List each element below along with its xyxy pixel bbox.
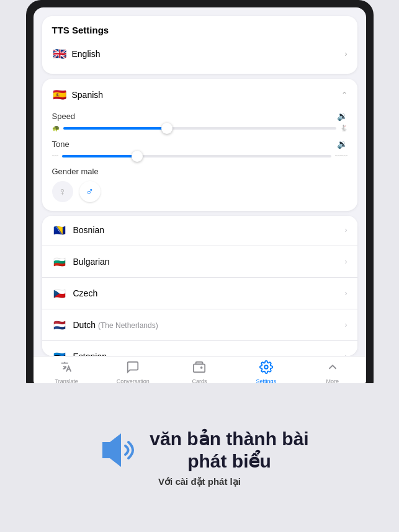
speed-slider-thumb[interactable] [161, 123, 173, 134]
speed-slider-fill [63, 127, 167, 130]
tablet-device: TTS Settings 🇬🇧 English › 🇪🇸 Spanish ⌃ [26, 0, 374, 397]
divider-1 [42, 246, 357, 246]
main-text-block: văn bản thành bài phát biểu [150, 428, 308, 472]
czech-flag: 🇨🇿 [52, 286, 67, 301]
spanish-flag: 🇪🇸 [52, 87, 67, 102]
tone-high-icon: 〰〰 [335, 153, 347, 159]
tone-speaker-icon: 🔉 [337, 139, 347, 149]
czech-name: Czech [73, 288, 98, 298]
conversation-icon [126, 360, 140, 377]
tab-conversation[interactable]: Conversation [114, 360, 151, 384]
speed-control: Speed 🔉 🐢 🐇 [52, 111, 347, 131]
tone-slider-thumb[interactable] [132, 151, 143, 162]
bosnian-chevron: › [345, 226, 347, 234]
tab-more[interactable]: More [314, 360, 351, 384]
gender-male-btn[interactable]: ♂ [79, 181, 101, 202]
tts-settings-panel: TTS Settings 🇬🇧 English › [42, 16, 357, 74]
dutch-chevron: › [345, 321, 347, 329]
main-text-line2: phát biểu [150, 450, 308, 472]
tab-translate[interactable]: Translate [48, 360, 85, 384]
tone-slider-container: 〰 〰〰 [52, 153, 347, 159]
speed-label-row: Speed 🔉 [52, 111, 347, 121]
dutch-name-group: Dutch (The Netherlands) [73, 319, 158, 330]
bulgarian-flag: 🇧🇬 [52, 254, 67, 269]
svg-point-2 [264, 365, 268, 369]
spanish-label: Spanish [72, 90, 104, 100]
main-text-line1: văn bản thành bài [150, 428, 308, 450]
tone-label-row: Tone 🔉 [52, 139, 347, 149]
english-chevron: › [345, 50, 347, 58]
divider-3 [42, 309, 357, 309]
tts-settings-title: TTS Settings [52, 25, 347, 35]
tablet-screen: TTS Settings 🇬🇧 English › 🇪🇸 Spanish ⌃ [34, 7, 366, 389]
english-label: English [72, 49, 101, 59]
tone-slider-track[interactable] [62, 155, 331, 157]
cards-icon [192, 360, 206, 377]
bulgarian-chevron: › [345, 257, 347, 266]
english-row-left: 🇬🇧 English [52, 47, 101, 61]
tab-settings[interactable]: Settings [248, 360, 285, 384]
lang-item-estonian-left: 🇪🇪 Estonian [52, 349, 107, 356]
lang-item-bosnian-left: 🇧🇦 Bosnian [52, 223, 105, 237]
lang-item-dutch[interactable]: 🇳🇱 Dutch (The Netherlands) › [42, 311, 357, 339]
tone-control: Tone 🔉 〰 〰〰 [52, 139, 347, 159]
svg-rect-0 [194, 364, 205, 372]
speed-label: Speed [52, 112, 76, 121]
speed-slow-icon: 🐢 [52, 125, 60, 131]
gender-label: Gender male [52, 167, 347, 176]
estonian-name: Estonian [73, 352, 107, 356]
gender-control: Gender male ♀ ♂ [52, 167, 347, 202]
lang-item-czech-left: 🇨🇿 Czech [52, 286, 98, 301]
bosnian-name: Bosnian [73, 225, 105, 235]
language-list: 🇧🇦 Bosnian › 🇧🇬 Bulgarian › 🇨🇿 Czech [42, 216, 357, 356]
estonian-flag: 🇪🇪 [52, 349, 67, 356]
bottom-row1: văn bản thành bài phát biểu [90, 428, 308, 472]
speed-slider-container: 🐢 🐇 [52, 125, 347, 131]
spanish-expanded-panel: 🇪🇸 Spanish ⌃ Speed 🔉 🐢 [42, 79, 357, 211]
more-icon [326, 360, 339, 377]
lang-item-estonian[interactable]: 🇪🇪 Estonian › [42, 342, 357, 356]
dutch-flag: 🇳🇱 [52, 317, 67, 332]
speaker-illustration [90, 428, 140, 472]
spanish-header: 🇪🇸 Spanish ⌃ [52, 87, 347, 102]
gender-female-btn[interactable]: ♀ [52, 181, 73, 202]
tone-label: Tone [52, 140, 69, 149]
speed-speaker-icon: 🔉 [337, 111, 347, 121]
speed-slider-track[interactable] [63, 127, 336, 130]
spanish-header-left: 🇪🇸 Spanish [52, 87, 104, 102]
spanish-chevron-up: ⌃ [341, 91, 347, 99]
svg-point-1 [200, 366, 203, 369]
tone-slider-fill [62, 155, 138, 157]
divider-4 [42, 340, 357, 341]
lang-item-dutch-left: 🇳🇱 Dutch (The Netherlands) [52, 317, 158, 332]
bulgarian-name: Bulgarian [73, 257, 110, 267]
bottom-sub-text: Với cài đặt phát lại [158, 476, 241, 487]
lang-item-bosnian[interactable]: 🇧🇦 Bosnian › [42, 216, 357, 244]
tab-cards[interactable]: Cards [181, 360, 218, 384]
lang-item-bulgarian-left: 🇧🇬 Bulgarian [52, 254, 110, 269]
dutch-name: Dutch [73, 320, 98, 330]
lang-item-bulgarian[interactable]: 🇧🇬 Bulgarian › [42, 247, 357, 276]
english-row[interactable]: 🇬🇧 English › [52, 43, 347, 65]
speaker-svg [90, 428, 140, 472]
bosnian-flag: 🇧🇦 [52, 223, 67, 237]
tone-low-icon: 〰 [52, 153, 58, 159]
gender-icons: ♀ ♂ [52, 181, 347, 202]
bottom-content: văn bản thành bài phát biểu Với cài đặt … [90, 428, 308, 487]
settings-icon [259, 360, 273, 377]
czech-chevron: › [345, 289, 347, 298]
speed-fast-icon: 🐇 [340, 125, 347, 131]
english-flag: 🇬🇧 [52, 47, 67, 61]
dutch-sub: (The Netherlands) [98, 321, 158, 330]
lang-item-czech[interactable]: 🇨🇿 Czech › [42, 279, 357, 308]
divider-2 [42, 277, 357, 278]
translate-icon [60, 360, 73, 377]
bottom-section: văn bản thành bài phát biểu Với cài đặt … [0, 383, 399, 532]
